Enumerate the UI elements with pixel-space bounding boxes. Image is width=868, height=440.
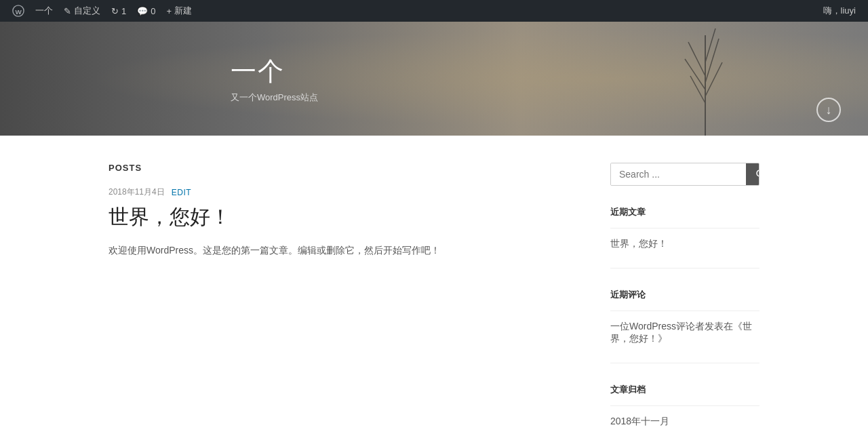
post-date-row: 2018年11月4日 EDIT [108, 186, 570, 198]
updates-icon: ↻ [111, 6, 119, 16]
archive-link-0[interactable]: 2018年十一月 [610, 416, 760, 428]
svg-line-6 [705, 62, 722, 96]
hero-header: 一个 又一个WordPress站点 ↓ [0, 22, 868, 136]
sidebar-recent-comments: 近期评论 一位WordPress评论者发表在《世界，您好！》 [610, 289, 760, 363]
svg-line-7 [690, 76, 705, 103]
new-icon: + [166, 6, 172, 16]
post-edit-link[interactable]: EDIT [172, 188, 191, 197]
admin-bar-new[interactable]: + 新建 [161, 0, 197, 22]
hero-scroll-button[interactable]: ↓ [816, 98, 841, 122]
archives-title: 文章归档 [610, 384, 760, 396]
search-icon [755, 169, 760, 180]
admin-bar: W 一个 ✎ 自定义 ↻ 1 💬 0 + 新建 嗨，liuyi [0, 0, 868, 22]
post-content: 欢迎使用WordPress。这是您的第一篇文章。编辑或删除它，然后开始写作吧！ [108, 242, 570, 259]
svg-line-3 [688, 42, 705, 76]
recent-comments-title: 近期评论 [610, 289, 760, 301]
archives-divider [610, 405, 760, 406]
customize-icon: ✎ [64, 6, 71, 16]
hero-plant-decoration [678, 22, 732, 136]
sidebar: 近期文章 世界，您好！ 近期评论 一位WordPress评论者发表在《世界，您好… [610, 163, 760, 440]
sidebar-archives: 文章归档 2018年十一月 [610, 384, 760, 440]
admin-bar-customize[interactable]: ✎ 自定义 [58, 0, 106, 22]
svg-text:W: W [16, 8, 22, 16]
search-input[interactable] [611, 163, 746, 185]
admin-bar-user[interactable]: 嗨，liuyi [818, 5, 861, 17]
search-widget [610, 163, 760, 186]
sidebar-recent-posts: 近期文章 世界，您好！ [610, 206, 760, 268]
recent-post-link-0[interactable]: 世界，您好！ [610, 238, 760, 250]
hero-title: 一个 [231, 54, 318, 89]
admin-bar-updates[interactable]: ↻ 1 [106, 0, 132, 22]
admin-bar-wp-logo[interactable]: W [7, 0, 30, 22]
post-title: 世界，您好！ [108, 203, 570, 230]
admin-bar-right: 嗨，liuyi [818, 5, 861, 17]
post-article: 2018年11月4日 EDIT 世界，您好！ 欢迎使用WordPress。这是您… [108, 186, 570, 259]
posts-section: POSTS 2018年11月4日 EDIT 世界，您好！ 欢迎使用WordPre… [108, 163, 570, 440]
admin-bar-items: W 一个 ✎ 自定义 ↻ 1 💬 0 + 新建 [7, 0, 818, 22]
recent-posts-title: 近期文章 [610, 206, 760, 218]
recent-posts-divider [610, 228, 760, 228]
svg-line-8 [705, 28, 715, 62]
scroll-down-icon: ↓ [826, 103, 832, 117]
recent-comment-link-0[interactable]: 一位WordPress评论者发表在《世界，您好！》 [610, 321, 760, 345]
svg-line-4 [705, 39, 719, 83]
hero-subtitle: 又一个WordPress站点 [231, 92, 318, 104]
hero-content: 一个 又一个WordPress站点 [0, 54, 318, 104]
post-date: 2018年11月4日 [108, 186, 165, 198]
svg-point-9 [757, 170, 760, 176]
search-button[interactable] [746, 163, 760, 185]
admin-bar-comments[interactable]: 💬 0 [132, 0, 161, 22]
search-box [610, 163, 760, 186]
comments-icon: 💬 [137, 6, 148, 16]
main-content: POSTS 2018年11月4日 EDIT 世界，您好！ 欢迎使用WordPre… [95, 136, 773, 440]
admin-bar-site-name[interactable]: 一个 [30, 0, 58, 22]
recent-comments-divider [610, 311, 760, 311]
posts-heading: POSTS [108, 163, 570, 173]
